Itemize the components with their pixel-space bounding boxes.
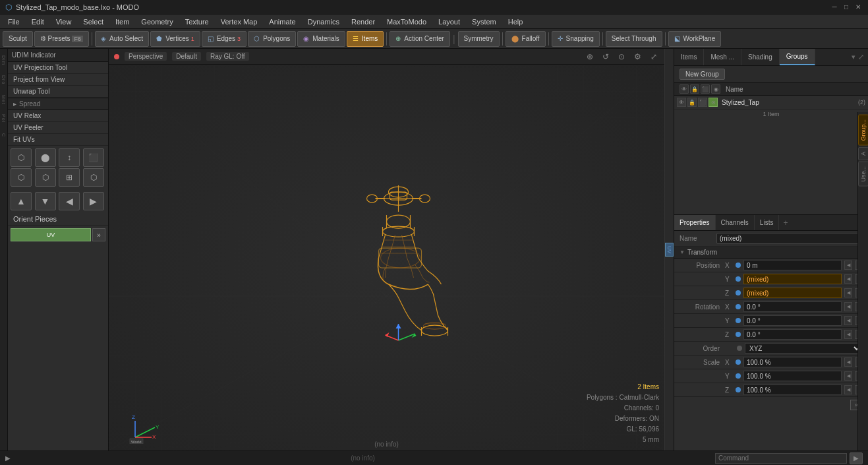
group-lock-icon[interactable]: 🔒 [687,98,697,107]
arrow-up-btn[interactable]: ▲ [11,192,32,210]
action-center-button[interactable]: ⊕ Action Center [390,31,450,47]
rotation-y-dot[interactable] [736,318,741,323]
uv-peeler-tool[interactable]: UV Peeler [8,122,108,134]
scale-z-input[interactable] [743,385,842,395]
fit-uvs-tool[interactable]: Fit UVs [8,134,108,146]
scale-x-dec[interactable]: ◀ [844,357,852,367]
col-lock-icon[interactable]: 🔒 [690,84,699,94]
command-go-button[interactable]: ▶ [850,452,863,464]
scale-y-dot[interactable] [736,373,741,379]
tab-shading[interactable]: Shading [741,49,780,65]
icon-btn-8[interactable]: ⬡ [83,168,104,187]
viewport-expand-icon[interactable]: ⤢ [649,52,659,61]
tab-mesh[interactable]: Mesh ... [704,49,741,65]
props-tab-add[interactable]: + [779,215,792,230]
menu-help[interactable]: Help [503,16,529,27]
position-z-input[interactable] [743,288,842,298]
side-tab-group[interactable]: Group... [858,115,869,146]
polygons-button[interactable]: ⬡ Polygons [248,31,296,47]
rotation-y-input[interactable] [743,315,842,326]
scale-x-dot[interactable] [736,359,741,365]
materials-button[interactable]: ◉ Materials [297,31,345,47]
side-tab-a[interactable]: A [858,147,869,160]
icon-btn-5[interactable]: ⬡ [11,168,32,187]
rotation-x-input[interactable] [743,301,842,312]
menu-file[interactable]: File [3,16,25,27]
position-z-dec[interactable]: ◀ [844,288,852,297]
position-y-dec[interactable]: ◀ [844,274,852,284]
viewport-zoom-icon[interactable]: ⊙ [616,52,627,61]
scale-y-dec[interactable]: ◀ [844,371,852,381]
viewport-canvas[interactable]: Y X Z World 2 Items Polygons : Catmull-C… [109,65,664,450]
edges-button[interactable]: ◱ Edges 3 [202,31,246,47]
icon-btn-6[interactable]: ⬡ [35,168,56,187]
position-x-dot[interactable] [736,263,741,268]
scale-z-dot[interactable] [736,387,741,392]
name-input[interactable] [716,233,863,244]
arrow-down-btn[interactable]: ▼ [35,192,56,210]
menu-animate[interactable]: Animate [264,16,301,27]
falloff-button[interactable]: ⬤ Falloff [506,31,546,47]
vertices-button[interactable]: ⬟ Vertices 1 [150,31,200,47]
rotation-y-dec[interactable]: ◀ [844,316,852,325]
presets-button[interactable]: ⚙ Presets F6 [34,31,89,47]
group-vis-icon[interactable]: ⬛ [698,98,707,107]
props-tab-properties[interactable]: Properties [674,215,716,230]
scale-x-input[interactable] [743,357,842,367]
scale-z-dec[interactable]: ◀ [844,385,852,394]
rotation-z-dot[interactable] [736,332,741,337]
menu-edit[interactable]: Edit [26,16,49,27]
order-select[interactable]: XYZ XZY YXZ YZX ZXY ZYX [745,343,863,354]
project-from-view[interactable]: Project from View [8,74,108,86]
menu-select[interactable]: Select [78,16,109,27]
icon-btn-4[interactable]: ⬛ [83,148,104,167]
arrow-left-btn[interactable]: ◀ [59,192,80,210]
group-item-stylized-tap[interactable]: 👁 🔒 ⬛ ⊙ Stylized_Tap (2) [674,96,868,109]
col-render-icon[interactable]: ◉ [711,84,720,94]
right-tabs-expand[interactable]: ▾ ⤢ [848,49,868,65]
icon-btn-2[interactable]: ⬤ [35,148,56,167]
uv-label[interactable]: UV [665,243,674,257]
menu-item[interactable]: Item [110,16,134,27]
viewport-refresh-icon[interactable]: ↺ [600,52,611,61]
menu-render[interactable]: Render [346,16,380,27]
col-eye-icon[interactable]: 👁 [680,84,689,94]
menu-geometry[interactable]: Geometry [136,16,178,27]
expand-btn[interactable]: » [92,228,105,241]
icon-btn-1[interactable]: ⬡ [11,148,32,167]
sculpt-button[interactable]: Sculpt [3,31,33,47]
icon-btn-3[interactable]: ↕ [59,148,80,167]
close-button[interactable]: ✕ [854,3,863,12]
uv-mode-btn[interactable]: UV [11,228,91,241]
rotation-x-dot[interactable] [736,304,741,309]
position-x-input[interactable] [743,260,842,270]
tab-items[interactable]: Items [674,49,704,65]
rotation-z-dec[interactable]: ◀ [844,330,852,339]
menu-layout[interactable]: Layout [433,16,465,27]
scale-y-input[interactable] [743,371,842,381]
minimize-button[interactable]: ─ [830,3,839,12]
viewport-orbit-icon[interactable]: ⊕ [585,52,595,61]
tab-groups[interactable]: Groups [780,49,815,65]
maximize-button[interactable]: □ [842,3,851,12]
rotation-z-input[interactable] [743,329,842,340]
menu-maxtomodo[interactable]: MaxToModo [382,16,432,27]
group-render-icon[interactable]: ⊙ [709,98,718,107]
uv-relax-tool[interactable]: UV Relax [8,110,108,122]
order-dot[interactable] [737,346,742,351]
workplane-button[interactable]: ⬕ WorkPlane [668,31,722,47]
col-vis-icon[interactable]: ⬛ [701,84,710,94]
uv-projection-tool[interactable]: UV Projection Tool [8,62,108,74]
props-tab-channels[interactable]: Channels [716,215,755,230]
position-y-input[interactable] [743,274,842,284]
rotation-x-dec[interactable]: ◀ [844,302,852,311]
side-tab-use[interactable]: Use... [858,162,869,187]
transform-section-header[interactable]: ▼ Transform [674,247,868,259]
auto-select-button[interactable]: ◈ Auto Select [95,31,149,47]
snapping-button[interactable]: ✛ Snapping [552,31,600,47]
menu-texture[interactable]: Texture [180,16,214,27]
menu-dynamics[interactable]: Dynamics [303,16,345,27]
select-through-button[interactable]: Select Through [606,31,662,47]
position-z-dot[interactable] [736,290,741,295]
position-x-dec[interactable]: ◀ [844,261,852,270]
